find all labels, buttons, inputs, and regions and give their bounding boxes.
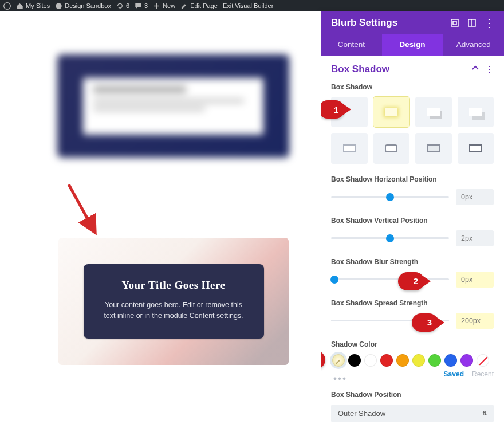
slider-spread-input[interactable] — [456, 313, 494, 329]
comments-link[interactable]: 3 — [135, 2, 148, 10]
svg-point-1 — [56, 3, 61, 9]
annotation-4: 4 — [321, 351, 325, 369]
tab-design[interactable]: Design — [382, 34, 443, 56]
updates-link[interactable]: 6 — [116, 2, 129, 10]
preset-outline-fill[interactable] — [415, 133, 452, 163]
preset-glow[interactable] — [373, 97, 410, 127]
section-more-icon[interactable]: ⋮ — [485, 64, 494, 74]
slider-horizontal-label: Box Shadow Horizontal Position — [331, 175, 494, 183]
color-swatches: 4 — [331, 354, 494, 367]
exit-visual-builder-link[interactable]: Exit Visual Builder — [223, 2, 273, 9]
exit-vb-label: Exit Visual Builder — [223, 2, 273, 9]
box-shadow-presets: 1 — [331, 97, 494, 164]
my-sites-label: My Sites — [26, 2, 50, 9]
preset-drop-large[interactable] — [458, 97, 494, 127]
color-swatch[interactable] — [396, 354, 409, 367]
slider-vertical-thumb[interactable] — [386, 234, 394, 242]
annotation-1: 1 — [321, 100, 345, 119]
color-picker-swatch[interactable] — [332, 354, 345, 367]
slider-blur-label: Box Shadow Blur Strength — [331, 258, 494, 266]
edit-page-link[interactable]: Edit Page — [180, 2, 218, 10]
color-swatch[interactable] — [444, 354, 457, 367]
preset-outline-thick[interactable] — [458, 133, 494, 163]
slider-horizontal: Box Shadow Horizontal Position — [331, 175, 494, 205]
color-swatch-none[interactable] — [477, 354, 489, 367]
comments-count: 3 — [144, 2, 148, 9]
color-swatch[interactable] — [380, 354, 393, 367]
updates-count: 6 — [126, 2, 129, 9]
svg-rect-5 — [453, 21, 456, 25]
panel-body: Box Shadow ⋮ Box Shadow 1 Box — [321, 56, 504, 424]
blurb-body: Your content goes here. Edit or remove t… — [101, 300, 247, 322]
tab-advanced[interactable]: Advanced — [443, 34, 504, 56]
settings-tabs: Content Design Advanced — [321, 34, 504, 56]
color-swatch[interactable] — [348, 354, 361, 367]
wp-logo[interactable] — [3, 2, 11, 10]
slider-spread-label: Box Shadow Spread Strength — [331, 299, 494, 307]
section-title: Box Shadow — [331, 64, 389, 75]
section-header: Box Shadow ⋮ — [331, 64, 494, 75]
new-link[interactable]: New — [153, 2, 175, 10]
fullscreen-icon[interactable] — [450, 18, 459, 28]
preset-outline-thin[interactable] — [331, 133, 368, 163]
chevron-down-icon: ⇅ — [482, 410, 487, 417]
grid-layout-icon[interactable] — [467, 18, 477, 28]
site-link[interactable]: Design Sandbox — [55, 2, 111, 10]
slider-vertical-label: Box Shadow Vertical Position — [331, 217, 494, 225]
blurb-module[interactable]: Your Title Goes Here Your content goes h… — [58, 238, 289, 365]
blurb-inner-box: Your Title Goes Here Your content goes h… — [84, 264, 264, 339]
panel-header: Blurb Settings ⋮ Content Design Advanced — [321, 11, 504, 56]
slider-blur: Box Shadow Blur Strength 2 — [331, 258, 494, 288]
slider-horizontal-thumb[interactable] — [386, 193, 394, 201]
position-value: Outer Shadow — [338, 409, 385, 418]
site-label: Design Sandbox — [65, 2, 111, 9]
slider-blur-input[interactable] — [456, 272, 494, 288]
new-label: New — [163, 2, 175, 9]
recent-colors-link[interactable]: Recent — [472, 370, 494, 378]
shadow-color-label: Shadow Color — [331, 340, 494, 348]
slider-horizontal-input[interactable] — [456, 189, 494, 205]
color-swatch[interactable] — [364, 354, 377, 367]
slider-horizontal-track[interactable] — [331, 196, 449, 198]
collapse-icon[interactable] — [471, 64, 479, 74]
blurb-title: Your Title Goes Here — [101, 279, 247, 292]
blurred-preview-card — [57, 54, 289, 158]
slider-vertical-track[interactable] — [331, 237, 449, 239]
position-label: Box Shadow Position — [331, 391, 494, 399]
box-shadow-position-select[interactable]: Outer Shadow ⇅ — [331, 405, 494, 422]
preset-outline-rounded[interactable] — [373, 133, 410, 163]
preset-drop-soft[interactable] — [415, 97, 452, 127]
slider-blur-track[interactable] — [331, 278, 449, 280]
presets-label: Box Shadow — [331, 83, 494, 91]
my-sites-link[interactable]: My Sites — [16, 2, 50, 10]
color-swatch[interactable] — [428, 354, 441, 367]
tab-content[interactable]: Content — [321, 34, 382, 56]
svg-line-3 — [69, 184, 94, 230]
annotation-2: 2 — [398, 272, 424, 290]
saved-colors-link[interactable]: Saved — [444, 370, 464, 378]
svg-rect-4 — [451, 19, 458, 26]
panel-title: Blurb Settings — [331, 17, 397, 29]
edit-page-label: Edit Page — [190, 2, 218, 9]
color-swatch[interactable] — [460, 354, 473, 367]
color-swatch[interactable] — [412, 354, 425, 367]
builder-canvas: Your Title Goes Here Your content goes h… — [0, 11, 321, 424]
slider-vertical: Box Shadow Vertical Position — [331, 217, 494, 246]
svg-point-0 — [4, 2, 11, 9]
slider-blur-thumb[interactable] — [330, 276, 338, 284]
slider-vertical-input[interactable] — [456, 230, 494, 246]
module-settings-panel: Blurb Settings ⋮ Content Design Advanced… — [321, 11, 504, 424]
more-icon[interactable]: ⋮ — [485, 18, 494, 28]
annotation-arrow — [64, 181, 104, 238]
slider-spread: Box Shadow Spread Strength 3 — [331, 299, 494, 329]
annotation-3: 3 — [412, 313, 438, 332]
wp-admin-bar: My Sites Design Sandbox 6 3 New Edit Pag… — [0, 0, 504, 11]
color-more-icon[interactable]: ••• — [331, 372, 349, 386]
